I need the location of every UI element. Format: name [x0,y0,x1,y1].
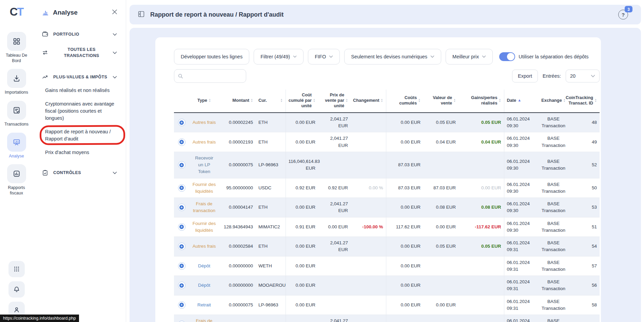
chevron-down-icon [113,31,117,37]
cell-cout: 0.00 EUR [286,198,318,217]
col-header-prix[interactable]: Prix de vente par unité▲▼ [318,90,351,113]
cell-cout: 0.00 EUR [286,295,318,315]
cell-prix [318,152,351,178]
expand-all-rows-button[interactable]: Développer toutes les lignes [174,49,249,64]
col-header-cout[interactable]: Coût cumulé par unité▲▼ [286,90,318,113]
cell-expand: + [174,198,189,217]
menu-item-rapport-report-nouveau[interactable]: Rapport de report à nouveau / Rapport d'… [45,128,116,143]
cell-chg: 0.00 % [351,178,386,198]
table-row: +Frais de retrait0.00002134ETH0.00 EUR2,… [174,315,600,322]
analyse-presentation-icon [7,133,26,152]
sort-icon[interactable]: ▲▼ [251,98,253,102]
sidebar-item-rapports-fiscaux[interactable]: Rapports fiscaux [2,164,31,196]
search-icon [178,73,183,79]
expand-row-icon[interactable]: + [178,223,186,231]
notifications-button[interactable] [8,281,25,298]
fifo-dropdown[interactable]: FIFO [308,49,340,64]
sort-icon[interactable]: ▲▼ [381,98,383,102]
cell-date: 06.01.202409:30 [504,217,536,237]
cell-montant: 0.00000075 [219,152,256,178]
digital-currencies-dropdown[interactable]: Seulement les devises numériques [344,49,441,64]
cell-prix: 0.00 EUR [318,217,351,237]
person-icon [13,306,20,314]
expand-row-icon[interactable]: + [178,282,186,289]
filter-dropdown[interactable]: Filtrer (49/49) [254,49,304,64]
cell-g: 0.04 EUR [458,132,504,152]
deposit-separation-toggle-wrap: Utiliser la séparation des dépôts [499,52,588,61]
clipboard-check-icon [42,169,48,176]
col-header-cc[interactable]: Coûts cumulés▲▼ [386,90,423,113]
menu-item-gains-realises[interactable]: Gains réalisés et non réalisés [45,87,116,94]
col-header-g[interactable]: Gains/pertes réalisés▲▼ [458,90,504,113]
expand-row-icon[interactable]: + [178,262,186,270]
expand-row-icon[interactable]: + [178,301,186,309]
cell-type: Autres frais [189,113,219,132]
sort-icon[interactable]: ▲▼ [209,98,211,102]
expand-row-icon[interactable]: + [178,138,186,146]
sort-icon[interactable]: ▲▼ [313,98,315,102]
sort-icon[interactable]: ▲▼ [346,98,348,102]
cell-expand: + [174,237,189,257]
cell-cc: 0.00 EUR [386,113,423,132]
help-circle-icon[interactable]: ? 3 [618,10,628,20]
expand-row-icon[interactable]: + [178,184,186,192]
sort-icon[interactable]: ▲▼ [594,98,597,102]
cointracking-logo[interactable]: CT [9,5,23,18]
search-input[interactable] [186,73,242,79]
cell-expand: + [174,178,189,198]
menu-section-toutes-les-transactions[interactable]: TOUTES LES TRANSACTIONS [42,42,118,63]
cell-prix [318,295,351,315]
col-header-chg[interactable]: Changement▲▼ [351,90,386,113]
export-button[interactable]: Export [512,70,538,82]
menu-item-prix-achat-moyens[interactable]: Prix d'achat moyens [45,149,116,156]
expand-row-icon[interactable]: + [178,161,186,169]
cell-cur: USDC [256,178,286,198]
cell-ex: BASE Transaction [536,295,570,315]
col-header-ex[interactable]: Exchange▲▼ [536,90,570,113]
transfer-arrows-icon [42,49,48,56]
expand-row-icon[interactable]: + [178,243,186,250]
sidebar-item-importations[interactable]: Importations [5,69,28,95]
best-price-dropdown[interactable]: Meilleur prix [446,49,493,64]
status-url-tooltip: https://cointracking.info/dashboard.php [0,315,79,322]
sort-icon[interactable]: ▲▼ [280,98,283,102]
menu-section-portfolio[interactable]: PORTFOLIO [42,26,118,42]
deposit-separation-toggle[interactable] [499,52,515,61]
cell-ex: BASE Transaction [536,315,570,322]
cell-prix: 2,041.27 EUR [318,113,351,132]
sort-icon[interactable]: ▲▼ [563,98,566,102]
sort-icon[interactable]: ▲▼ [499,98,501,102]
cell-cur: ETH [256,113,286,132]
expand-row-icon[interactable]: + [178,321,186,322]
sort-icon[interactable]: ▲▼ [453,98,456,102]
sort-asc-icon[interactable]: ▲ [518,98,521,102]
col-header-id[interactable]: CoinTracking Transact. ID▲▼ [570,90,600,113]
col-header-cur[interactable]: Cur.▲▼ [256,90,286,113]
col-header-type[interactable]: Type▲▼ [189,90,219,113]
close-panel-button[interactable] [112,9,118,16]
menu-section-controles[interactable]: CONTRÔLES [42,165,118,181]
cell-date: 06.01.202409:31 [504,256,536,276]
sidebar-item-transactions[interactable]: Transactions [4,101,28,127]
col-header-vv[interactable]: Valeur de vente▲▼ [423,90,458,113]
cell-montant: 0.00000075 [219,295,256,315]
expand-row-icon[interactable]: + [178,119,186,126]
table-row: +Frais de transaction0.00004147ETH0.00 E… [174,198,600,217]
cell-id: 56 [570,276,600,296]
expand-row-icon[interactable]: + [178,204,186,211]
sort-icon[interactable]: ▲▼ [418,98,421,102]
col-header-date[interactable]: Date▲ [504,90,536,113]
sidebar-item-analyse[interactable]: Analyse [7,133,26,159]
cell-ex: BASE Transaction [536,256,570,276]
menu-item-crypto-avantage-fiscal[interactable]: Cryptomonnaies avec avantage fiscal (pos… [45,100,116,122]
apps-grid-button[interactable] [8,261,25,277]
col-header-montant[interactable]: Montant▲▼ [219,90,256,113]
cell-cur: ETH [256,237,286,257]
cell-cout: 0.00 EUR [286,113,318,132]
collapse-panel-icon[interactable] [138,11,145,19]
cell-chg [351,295,386,315]
cell-cout: 0.92 EUR [286,178,318,198]
menu-section-plus-values-impots[interactable]: PLUS-VALUES & IMPÔTS [42,69,118,85]
entries-select[interactable]: 20 [566,70,600,82]
sidebar-item-dashboard[interactable]: Tableau De Bord [2,32,31,63]
